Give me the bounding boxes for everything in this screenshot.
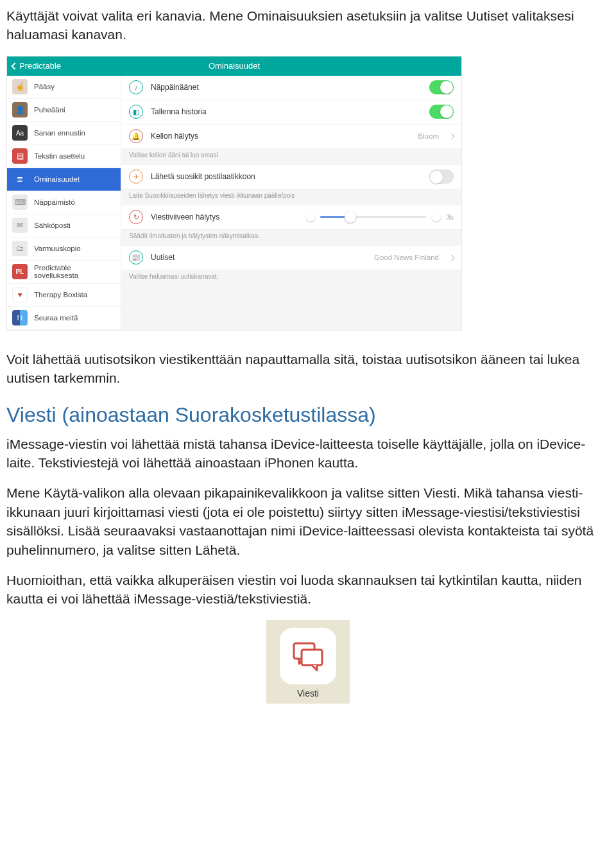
row-value: Bloom: [418, 132, 439, 140]
row-label: Viestiviiveen hälytys: [151, 213, 298, 221]
row-caption: Laita Suosikkilauseiden lähetys viesti-i…: [121, 189, 461, 205]
sidebar-item-label: Ominaisuudet: [34, 175, 80, 183]
paragraph-instructions: Mene Käytä-valikon alla olevaan pikapain…: [6, 483, 610, 559]
paragraph-send-headline: Voit lähettää uutisotsikon viestikenttää…: [6, 350, 610, 388]
therapybox-icon: ♥: [12, 287, 28, 302]
settings-main: ♪ Näppäinäänet ◧ Tallenna historia 🔔 Kel…: [121, 76, 461, 330]
toggle-suosikit[interactable]: [429, 169, 454, 184]
slider-track[interactable]: [320, 216, 427, 218]
paragraph-imessage: iMessage-viestin voi lähettää mistä taha…: [6, 435, 610, 473]
row-caption: Säädä ilmoitusten ja hälytysten näkymisa…: [121, 230, 461, 246]
row-viestiviive[interactable]: ↻ Viestiviiveen hälytys 3s: [121, 205, 461, 230]
voice-icon: 👤: [12, 102, 28, 117]
backup-icon: 🗂: [12, 241, 28, 256]
screenshot-header: Predictable Ominaisuudet: [7, 56, 461, 76]
sidebar-item-ennustin[interactable]: Aa Sanan ennustin: [7, 122, 121, 145]
features-icon: ≣: [12, 171, 28, 187]
prediction-icon: Aa: [12, 125, 28, 141]
screenshot-title: Ominaisuudet: [7, 61, 461, 71]
email-icon: ✉: [12, 218, 28, 233]
send-icon: ✈: [129, 169, 143, 184]
sidebar-item-label: Puheääni: [34, 106, 65, 114]
row-label: Näppäinäänet: [151, 83, 422, 92]
viesti-app-icon: [280, 628, 336, 684]
news-icon: 📰: [129, 250, 143, 265]
settings-screenshot: Predictable Ominaisuudet ☝ Pääsy 👤 Puheä…: [6, 56, 462, 331]
delay-slider[interactable]: 3s: [306, 213, 454, 221]
chat-bubbles-icon: [290, 638, 326, 674]
sidebar-item-about-predictable[interactable]: PL Predictable sovelluksesta: [7, 261, 121, 284]
sidebar-item-label: Näppäimistö: [34, 198, 75, 206]
heading-viesti: Viesti (ainoastaan Suorakosketustilassa): [6, 403, 610, 427]
social-icon: f t: [12, 310, 28, 325]
toggle-historia[interactable]: [429, 105, 454, 119]
row-caption: Valitse haluamasi uutiskanavat.: [121, 270, 461, 286]
sidebar-item-label: Seuraa meitä: [34, 314, 78, 322]
screenshot-body: ☝ Pääsy 👤 Puheääni Aa Sanan ennustin ▤ T…: [7, 76, 461, 330]
sidebar-item-nappaimisto[interactable]: ⌨ Näppäimistö: [7, 191, 121, 214]
row-label: Kellon hälytys: [151, 132, 410, 141]
row-kellon-halytys[interactable]: 🔔 Kellon hälytys Bloom: [121, 125, 461, 149]
viesti-app-label: Viesti: [273, 688, 343, 698]
sidebar-item-label: Sähköposti: [34, 221, 71, 229]
sidebar-item-label: Varmuuskopio: [34, 245, 81, 252]
sidebar-item-paasy[interactable]: ☝ Pääsy: [7, 76, 121, 99]
sidebar-item-ominaisuudet[interactable]: ≣ Ominaisuudet: [7, 168, 121, 191]
row-suosikit-postilaatikkoon[interactable]: ✈ Lähetä suosikit postilaatikkoon: [121, 165, 461, 189]
sidebar-item-label: Therapy Boxista: [34, 291, 87, 299]
sidebar-item-label: Pääsy: [34, 83, 55, 91]
sidebar-item-puheaani[interactable]: 👤 Puheääni: [7, 99, 121, 122]
chevron-right-icon: [449, 254, 455, 261]
slider-min-icon: [306, 213, 315, 221]
sidebar-item-therapybox[interactable]: ♥ Therapy Boxista: [7, 284, 121, 307]
sidebar-item-asettelu[interactable]: ▤ Tekstin asettelu: [7, 145, 121, 168]
layout-icon: ▤: [12, 148, 28, 164]
chevron-right-icon: [449, 133, 455, 139]
toggle-nappainaanet[interactable]: [429, 80, 454, 94]
row-nappainaanet[interactable]: ♪ Näppäinäänet: [121, 76, 461, 100]
keyboard-icon: ⌨: [12, 195, 28, 210]
paragraph-note: Huomioithan, että vaikka alkuperäisen vi…: [6, 571, 610, 609]
slider-value: 3s: [446, 213, 454, 221]
timer-icon: ↻: [129, 210, 143, 224]
sidebar-item-label: Predictable sovelluksesta: [34, 264, 116, 279]
slider-max-icon: [432, 213, 441, 221]
note-icon: ♪: [129, 80, 143, 94]
row-label: Tallenna historia: [151, 107, 422, 116]
sidebar-item-seuraa[interactable]: f t Seuraa meitä: [7, 307, 121, 330]
sidebar-item-label: Tekstin asettelu: [34, 152, 85, 160]
svg-rect-1: [302, 650, 322, 665]
row-label: Uutiset: [151, 253, 366, 262]
settings-sidebar: ☝ Pääsy 👤 Puheääni Aa Sanan ennustin ▤ T…: [7, 76, 121, 330]
sidebar-item-sahkoposti[interactable]: ✉ Sähköposti: [7, 214, 121, 238]
viesti-app-figure: Viesti: [266, 620, 350, 704]
row-uutiset[interactable]: 📰 Uutiset Good News Finland: [121, 246, 461, 270]
paragraph-channels: Käyttäjät voivat valita eri kanavia. Men…: [6, 6, 610, 44]
shield-icon: ◧: [129, 105, 143, 119]
slider-thumb[interactable]: [345, 211, 356, 223]
sidebar-item-label: Sanan ennustin: [34, 129, 85, 137]
row-label: Lähetä suosikit postilaatikkoon: [151, 172, 422, 181]
row-value: Good News Finland: [374, 254, 439, 261]
row-caption: Valitse kellon ääni tai luo omasi: [121, 149, 461, 165]
predictable-icon: PL: [12, 264, 28, 279]
row-tallenna-historia[interactable]: ◧ Tallenna historia: [121, 100, 461, 125]
sidebar-item-varmuuskopio[interactable]: 🗂 Varmuuskopio: [7, 238, 121, 261]
bell-icon: 🔔: [129, 129, 143, 143]
access-icon: ☝: [12, 79, 28, 94]
